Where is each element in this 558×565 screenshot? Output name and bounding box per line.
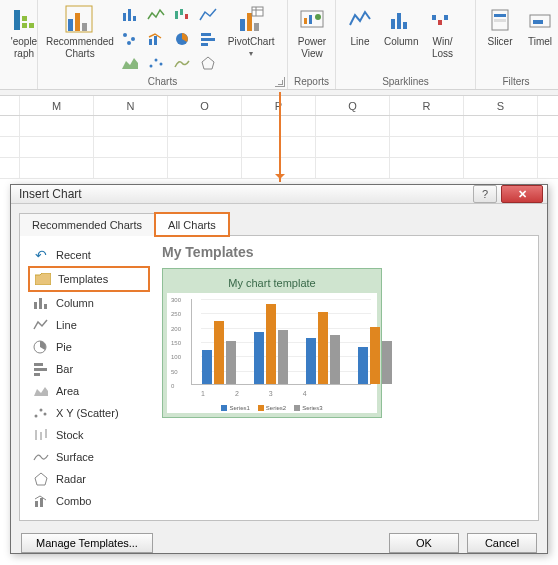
close-icon: ✕ bbox=[518, 188, 527, 201]
category-label: Combo bbox=[56, 495, 91, 507]
column-headers: M N O P Q R S bbox=[0, 96, 558, 116]
category-label: Area bbox=[56, 385, 79, 397]
svg-rect-49 bbox=[39, 298, 42, 309]
pie-chart-icon bbox=[32, 339, 50, 355]
cancel-button[interactable]: Cancel bbox=[467, 533, 537, 553]
category-label: Radar bbox=[56, 473, 86, 485]
svg-rect-27 bbox=[240, 19, 245, 31]
insert-bar-chart-button[interactable] bbox=[196, 28, 220, 50]
sparkline-column-button[interactable]: Column bbox=[380, 2, 422, 50]
insert-surface-chart-button[interactable] bbox=[170, 52, 194, 74]
sparkline-line-label: Line bbox=[351, 36, 370, 48]
scatter-chart-icon bbox=[32, 405, 50, 421]
tab-recommended-charts[interactable]: Recommended Charts bbox=[19, 213, 155, 236]
svg-rect-3 bbox=[29, 23, 34, 28]
ribbon: 'eople raph Recommended Charts bbox=[0, 0, 558, 90]
category-combo[interactable]: Combo bbox=[28, 490, 150, 512]
svg-rect-29 bbox=[254, 23, 259, 31]
tab-all-charts[interactable]: All Charts bbox=[155, 213, 229, 236]
manage-templates-button[interactable]: Manage Templates... bbox=[21, 533, 153, 553]
category-surface[interactable]: Surface bbox=[28, 446, 150, 468]
people-graph-label: 'eople raph bbox=[11, 36, 37, 60]
chart-template-thumbnail[interactable]: My chart template 300250200150100500 123… bbox=[162, 268, 382, 418]
category-label: Stock bbox=[56, 429, 84, 441]
insert-area-chart-button[interactable] bbox=[118, 52, 142, 74]
svg-rect-6 bbox=[82, 23, 87, 31]
insert-line-chart-button[interactable] bbox=[196, 4, 220, 26]
stock-chart-icon bbox=[32, 427, 50, 443]
category-radar[interactable]: Radar bbox=[28, 468, 150, 490]
insert-combo-chart-button[interactable] bbox=[144, 28, 168, 50]
svg-rect-38 bbox=[397, 13, 401, 29]
sparkline-winloss-icon bbox=[426, 4, 458, 36]
slicer-button[interactable]: Slicer bbox=[480, 2, 520, 50]
column-header[interactable]: S bbox=[464, 96, 538, 115]
svg-rect-10 bbox=[133, 16, 136, 21]
svg-rect-9 bbox=[128, 9, 131, 21]
insert-hierarchy-chart-button[interactable] bbox=[144, 4, 168, 26]
column-header[interactable]: M bbox=[20, 96, 94, 115]
column-header[interactable]: R bbox=[390, 96, 464, 115]
category-recent[interactable]: ↶Recent bbox=[28, 244, 150, 266]
svg-point-55 bbox=[35, 415, 38, 418]
category-line[interactable]: Line bbox=[28, 314, 150, 336]
category-label: Recent bbox=[56, 249, 91, 261]
insert-statistic-chart-button[interactable] bbox=[118, 28, 142, 50]
category-scatter[interactable]: X Y (Scatter) bbox=[28, 402, 150, 424]
insert-column-chart-button[interactable] bbox=[118, 4, 142, 26]
sparkline-line-button[interactable]: Line bbox=[340, 2, 380, 50]
column-header[interactable]: P bbox=[242, 96, 316, 115]
svg-point-23 bbox=[149, 65, 152, 68]
sparkline-winloss-button[interactable]: Win/ Loss bbox=[422, 2, 462, 62]
svg-rect-13 bbox=[185, 14, 188, 19]
timeline-icon bbox=[524, 4, 556, 36]
filters-group-label: Filters bbox=[480, 75, 552, 89]
category-pie[interactable]: Pie bbox=[28, 336, 150, 358]
reports-group-label: Reports bbox=[292, 75, 331, 89]
category-bar[interactable]: Bar bbox=[28, 358, 150, 380]
category-column[interactable]: Column bbox=[28, 292, 150, 314]
sparkline-column-label: Column bbox=[384, 36, 418, 48]
chart-category-list: ↶Recent Templates Column Line Pie Bar Ar… bbox=[28, 244, 150, 512]
slicer-icon bbox=[484, 4, 516, 36]
bar-chart-icon bbox=[32, 361, 50, 377]
svg-marker-61 bbox=[35, 473, 47, 485]
insert-radar-chart-button[interactable] bbox=[196, 52, 220, 74]
power-view-button[interactable]: Power View bbox=[292, 2, 332, 62]
worksheet-grid[interactable] bbox=[0, 116, 558, 180]
insert-scatter-chart-button[interactable] bbox=[144, 52, 168, 74]
svg-rect-44 bbox=[494, 14, 506, 17]
recent-icon: ↶ bbox=[32, 247, 50, 263]
insert-chart-dialog: Insert Chart ? ✕ Recommended Charts All … bbox=[10, 184, 548, 554]
surface-chart-icon bbox=[32, 449, 50, 465]
insert-waterfall-chart-button[interactable] bbox=[170, 4, 194, 26]
insert-pie-chart-button[interactable] bbox=[170, 28, 194, 50]
sparkline-column-icon bbox=[385, 4, 417, 36]
recommended-charts-button[interactable]: Recommended Charts bbox=[42, 2, 118, 62]
category-label: Line bbox=[56, 319, 77, 331]
chart-preview: 300250200150100500 1234 Series1 Series2 … bbox=[167, 293, 377, 413]
template-preview-pane: My Templates My chart template 300250200… bbox=[162, 244, 530, 512]
column-header[interactable]: O bbox=[168, 96, 242, 115]
ok-button[interactable]: OK bbox=[389, 533, 459, 553]
svg-rect-1 bbox=[22, 16, 27, 21]
svg-point-56 bbox=[40, 409, 43, 412]
category-stock[interactable]: Stock bbox=[28, 424, 150, 446]
category-area[interactable]: Area bbox=[28, 380, 150, 402]
close-button[interactable]: ✕ bbox=[501, 185, 543, 203]
svg-point-15 bbox=[131, 37, 135, 41]
svg-rect-47 bbox=[533, 20, 543, 24]
template-name: My chart template bbox=[167, 273, 377, 293]
pivotchart-button[interactable]: PivotChart ▾ bbox=[224, 2, 279, 62]
category-label: Column bbox=[56, 297, 94, 309]
column-header[interactable]: Q bbox=[316, 96, 390, 115]
svg-rect-50 bbox=[44, 304, 47, 309]
help-button[interactable]: ? bbox=[473, 185, 497, 203]
category-templates[interactable]: Templates bbox=[28, 266, 150, 292]
column-header[interactable]: N bbox=[94, 96, 168, 115]
dialog-titlebar[interactable]: Insert Chart ? ✕ bbox=[11, 185, 547, 204]
category-label: Bar bbox=[56, 363, 73, 375]
svg-rect-0 bbox=[14, 10, 20, 30]
timeline-button[interactable]: Timel bbox=[520, 2, 558, 50]
charts-dialog-launcher[interactable] bbox=[275, 77, 285, 87]
